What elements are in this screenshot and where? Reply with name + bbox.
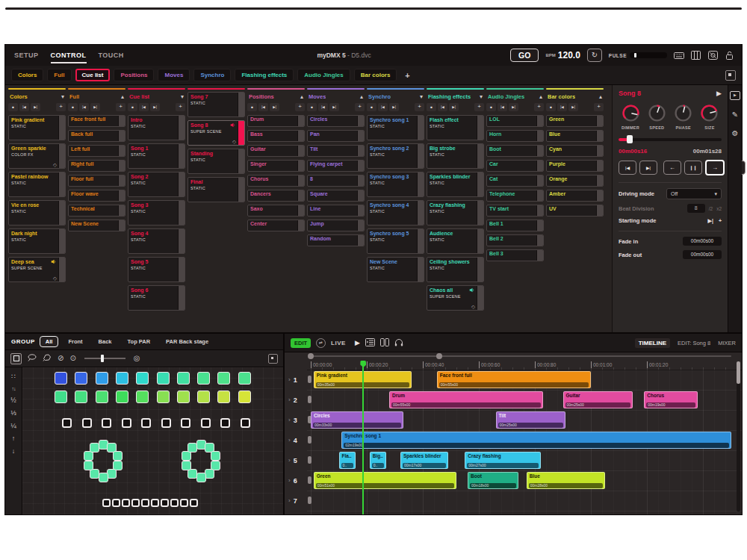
scene-button[interactable]: Saxo: [247, 205, 305, 217]
slider-handle[interactable]: [627, 135, 633, 143]
beat-division-value[interactable]: 8: [687, 204, 705, 213]
bank-prev-button[interactable]: |◀: [258, 103, 268, 111]
pause-button[interactable]: ❙❙: [684, 161, 702, 175]
group-tab-all[interactable]: All: [40, 336, 59, 347]
scene-flash-strip[interactable]: [417, 258, 424, 281]
knob-dimmer[interactable]: DIMMER: [619, 103, 642, 130]
bank-prev-button[interactable]: |◀: [318, 103, 328, 111]
fixture-top-row1[interactable]: [217, 372, 230, 385]
scene-flash-strip[interactable]: [118, 190, 125, 201]
track-expand-icon[interactable]: ›: [288, 376, 291, 383]
bank-stop-button[interactable]: ■: [307, 103, 317, 111]
scene-flash-strip[interactable]: [357, 190, 364, 201]
scene-flash-strip[interactable]: [178, 172, 185, 196]
add-bank-button[interactable]: +: [400, 71, 414, 80]
bank-add-scene-button[interactable]: +: [176, 103, 185, 111]
track-marker[interactable]: [308, 436, 311, 444]
timeline-clip[interactable]: Chorus00m19s00: [644, 391, 697, 408]
scene-button[interactable]: Cat: [486, 175, 544, 187]
fixture-bottom-row[interactable]: [131, 499, 140, 507]
track-header-5[interactable]: ›5: [285, 450, 307, 470]
bank-header[interactable]: Positions▴: [247, 92, 305, 102]
scene-button[interactable]: Synchro song 2STATIC: [367, 143, 424, 169]
nav-tab-control[interactable]: CONTROL: [51, 47, 87, 63]
bank-prev-button[interactable]: |◀: [139, 103, 149, 111]
scene-flash-strip[interactable]: [297, 146, 304, 156]
scene-button[interactable]: Right full: [68, 160, 125, 172]
bank-tab-moves[interactable]: Moves: [158, 69, 190, 81]
bank-tab-positions[interactable]: Positions: [114, 69, 154, 81]
scene-button[interactable]: Song 5STATIC: [128, 257, 185, 282]
bank-add-scene-button[interactable]: +: [116, 103, 125, 111]
scene-button[interactable]: Dark nightSTATIC: [8, 228, 66, 254]
bank-next-button[interactable]: ▶|: [150, 103, 160, 111]
headphones-icon[interactable]: [394, 336, 403, 349]
scene-button[interactable]: Crazy flashingSTATIC: [427, 200, 484, 225]
fixture-bottom-row[interactable]: [122, 499, 130, 507]
fixture-ring[interactable]: [187, 469, 197, 479]
scene-flash-strip[interactable]: [536, 220, 543, 231]
lock-icon[interactable]: [725, 51, 736, 60]
scene-play-icon[interactable]: ▶: [716, 90, 722, 97]
bank-next-button[interactable]: ▶|: [509, 103, 518, 111]
scene-flash-strip[interactable]: [536, 190, 543, 201]
bank-add-scene-button[interactable]: +: [295, 103, 305, 111]
scene-button[interactable]: Bell 3: [486, 249, 544, 261]
fixture-mid-row[interactable]: [141, 418, 151, 428]
fade-out-value[interactable]: 00m00s00: [683, 250, 722, 259]
scene-flash-strip[interactable]: [357, 116, 364, 126]
vscroll-thumb[interactable]: [737, 361, 740, 384]
fixture-ring[interactable]: [187, 443, 197, 452]
playhead-line[interactable]: [362, 362, 364, 514]
bank-stop-button[interactable]: ■: [247, 103, 257, 111]
bank-tab-full[interactable]: Full: [47, 69, 71, 81]
scene-button[interactable]: Synchro song 5STATIC: [367, 228, 424, 254]
tab-mixer[interactable]: MIXER: [718, 340, 736, 346]
scene-flash-strip[interactable]: [417, 201, 424, 225]
track-expand-icon[interactable]: ›: [288, 477, 291, 484]
edit-mode-button[interactable]: EDIT: [291, 338, 311, 348]
bank-add-scene-button[interactable]: +: [355, 103, 365, 111]
scene-flash-strip[interactable]: [118, 131, 125, 141]
scene-button[interactable]: Song 8SUPER SCENE◇: [187, 120, 245, 146]
bank-next-button[interactable]: ▶|: [270, 103, 279, 111]
scene-flash-strip[interactable]: [118, 220, 125, 231]
bank-tab-audio-jingles[interactable]: Audio Jingles: [297, 69, 350, 81]
fraction-quarter-icon[interactable]: ¼: [10, 423, 16, 429]
scene-flash-strip[interactable]: [417, 229, 424, 253]
position-grid-icon[interactable]: ∷: [11, 373, 16, 380]
scene-flash-strip[interactable]: [238, 121, 244, 145]
group-tab-front[interactable]: Front: [62, 336, 88, 347]
bank-prev-button[interactable]: |◀: [79, 103, 89, 111]
fixture-ring[interactable]: [90, 469, 99, 479]
scene-flash-strip[interactable]: [238, 178, 244, 202]
timeline-hscrollbar[interactable]: [310, 355, 731, 357]
bank-header[interactable]: Moves▴: [307, 92, 365, 102]
scene-button[interactable]: FinalSTATIC: [187, 177, 245, 202]
arrow-down-icon[interactable]: ↓: [12, 448, 16, 455]
scene-flash-strip[interactable]: [297, 116, 304, 126]
scene-flash-strip[interactable]: [238, 93, 244, 116]
step-back-button[interactable]: ←: [663, 161, 681, 175]
track-header-2[interactable]: ›2: [285, 390, 307, 410]
fade-in-value[interactable]: 00m00s00: [683, 237, 722, 246]
dual-column-view-icon[interactable]: [380, 336, 389, 349]
scene-flash-strip[interactable]: [238, 149, 244, 173]
scene-button[interactable]: Circles: [307, 115, 365, 127]
scene-flash-strip[interactable]: [357, 175, 364, 186]
scene-button[interactable]: Bass: [247, 130, 305, 142]
scene-flash-strip[interactable]: [58, 172, 65, 196]
settings-gear-icon[interactable]: ⚙: [732, 129, 739, 137]
target-icon[interactable]: ◎: [134, 355, 140, 362]
scene-flash-strip[interactable]: [536, 175, 543, 186]
timeline-clip[interactable]: Blue00m28s00: [527, 472, 605, 489]
scene-button[interactable]: Orange: [546, 175, 604, 187]
scene-button[interactable]: Chaos allSUPER SCENE◇: [427, 285, 484, 311]
keyboard-icon[interactable]: [674, 51, 684, 60]
bank-stop-button[interactable]: ■: [128, 103, 137, 111]
track-header-3[interactable]: ›3: [285, 410, 307, 430]
scene-flash-strip[interactable]: [477, 201, 483, 225]
scene-button[interactable]: Pastel rainbowSTATIC: [8, 172, 66, 197]
scene-button[interactable]: Ceiling showersSTATIC: [427, 257, 484, 282]
scene-button[interactable]: Green: [546, 115, 604, 127]
